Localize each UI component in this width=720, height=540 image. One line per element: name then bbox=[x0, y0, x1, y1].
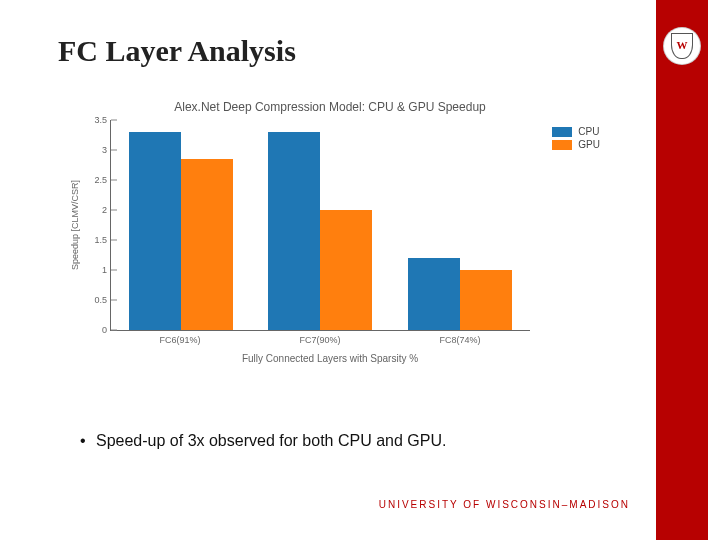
legend-label: CPU bbox=[578, 126, 599, 137]
chart-ytick: 1.5 bbox=[81, 235, 107, 245]
legend-label: GPU bbox=[578, 139, 600, 150]
footer-branding: UNIVERSITY OF WISCONSIN–MADISON bbox=[379, 499, 630, 510]
crest-badge: W bbox=[664, 28, 700, 64]
chart-bar bbox=[129, 132, 181, 330]
chart-ylabel: Speedup [CLMV/CSR] bbox=[70, 150, 80, 300]
bullet-label: Speed-up of 3x observed for both CPU and… bbox=[96, 432, 446, 449]
chart-bar bbox=[408, 258, 460, 330]
chart-bar-group bbox=[121, 132, 241, 330]
chart-xlabels: FC6(91%)FC7(90%)FC8(74%) bbox=[110, 335, 530, 345]
chart-ytick: 3.5 bbox=[81, 115, 107, 125]
chart-ytick: 3 bbox=[81, 145, 107, 155]
crest-shield-icon: W bbox=[671, 33, 693, 59]
chart-legend-item: GPU bbox=[552, 139, 600, 150]
chart-legend-item: CPU bbox=[552, 126, 600, 137]
chart-xtick: FC8(74%) bbox=[400, 335, 520, 345]
chart-bar bbox=[460, 270, 512, 330]
chart-xtick: FC7(90%) bbox=[260, 335, 380, 345]
chart-bar bbox=[268, 132, 320, 330]
chart-xtick: FC6(91%) bbox=[120, 335, 240, 345]
chart-xlabel: Fully Connected Layers with Sparsity % bbox=[60, 353, 600, 364]
chart-ytick: 2 bbox=[81, 205, 107, 215]
chart-ytick: 0.5 bbox=[81, 295, 107, 305]
chart-legend: CPUGPU bbox=[552, 126, 600, 152]
brand-stripe bbox=[656, 0, 708, 540]
chart: Alex.Net Deep Compression Model: CPU & G… bbox=[60, 100, 600, 380]
bullet-text: •Speed-up of 3x observed for both CPU an… bbox=[80, 432, 446, 450]
chart-ytick: 0 bbox=[81, 325, 107, 335]
page-title: FC Layer Analysis bbox=[58, 34, 296, 68]
chart-bar-group bbox=[260, 132, 380, 330]
legend-swatch-icon bbox=[552, 140, 572, 150]
chart-plot-area: 00.511.522.533.5 bbox=[110, 120, 530, 331]
chart-ytick: 2.5 bbox=[81, 175, 107, 185]
chart-ytick: 1 bbox=[81, 265, 107, 275]
chart-bars bbox=[111, 120, 530, 330]
chart-bar bbox=[181, 159, 233, 330]
legend-swatch-icon bbox=[552, 127, 572, 137]
chart-bar bbox=[320, 210, 372, 330]
bullet-icon: • bbox=[80, 432, 96, 450]
chart-bar-group bbox=[400, 258, 520, 330]
chart-title: Alex.Net Deep Compression Model: CPU & G… bbox=[60, 100, 600, 114]
